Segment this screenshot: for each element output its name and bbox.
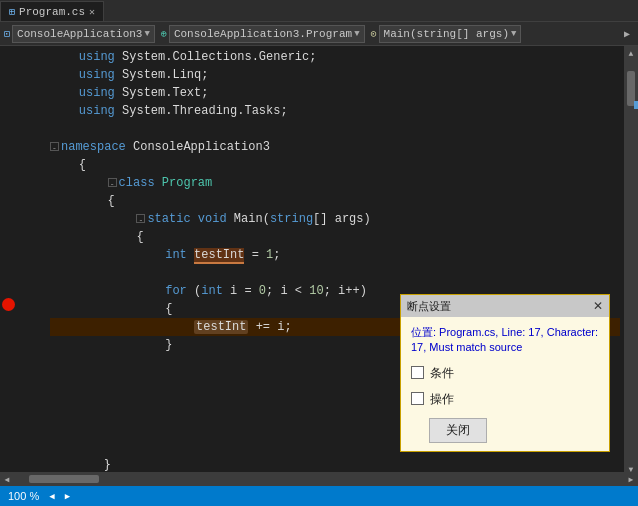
code-line: using System.Collections.Generic; bbox=[50, 48, 620, 66]
method-dropdown-arrow: ▼ bbox=[511, 29, 516, 39]
bp-close-button[interactable]: 关闭 bbox=[429, 418, 487, 443]
code-line: { bbox=[50, 156, 620, 174]
nav-project-icon: ⊡ bbox=[4, 28, 10, 40]
action-label: 操作 bbox=[430, 390, 454, 408]
nav-bar: ⊡ ConsoleApplication3 ▼ ⊕ ConsoleApplica… bbox=[0, 22, 638, 46]
h-scroll-track[interactable] bbox=[14, 475, 624, 483]
file-icon: ⊞ bbox=[9, 6, 15, 18]
horizontal-scrollbar[interactable]: ◀ ▶ bbox=[0, 472, 638, 486]
code-line: -static void Main(string[] args) bbox=[50, 210, 620, 228]
h-scroll-left-arrow[interactable]: ◀ bbox=[0, 472, 14, 486]
bp-popup-header: 断点设置 ✕ bbox=[401, 295, 609, 317]
tab-bar: ⊞ Program.cs ✕ bbox=[0, 0, 638, 22]
class-dropdown-arrow: ▼ bbox=[354, 29, 359, 39]
code-content[interactable]: using System.Collections.Generic; using … bbox=[46, 46, 624, 476]
code-line: using System.Text; bbox=[50, 84, 620, 102]
code-closing-brace: } bbox=[46, 458, 111, 472]
fold-method[interactable]: - bbox=[136, 214, 145, 223]
code-line: using System.Linq; bbox=[50, 66, 620, 84]
nav-class-icon: ⊕ bbox=[161, 28, 167, 40]
vertical-scrollbar[interactable]: ▲ ▼ bbox=[624, 46, 638, 476]
status-bar: 100 % ◀ ▶ bbox=[0, 486, 638, 506]
method-name: Main(string[] args) bbox=[384, 28, 509, 40]
tab-close-icon[interactable]: ✕ bbox=[89, 6, 95, 18]
scroll-up-arrow[interactable]: ▲ bbox=[624, 46, 638, 60]
method-dropdown[interactable]: Main(string[] args) ▼ bbox=[379, 25, 522, 43]
action-checkbox[interactable] bbox=[411, 392, 424, 405]
condition-label: 条件 bbox=[430, 364, 454, 382]
code-line: -class Program bbox=[50, 174, 620, 192]
code-line: using System.Threading.Tasks; bbox=[50, 102, 620, 120]
h-scroll-right-arrow[interactable]: ▶ bbox=[624, 472, 638, 486]
scroll-indicator bbox=[634, 101, 638, 109]
code-line bbox=[50, 264, 620, 282]
bp-popup-close-btn[interactable]: ✕ bbox=[593, 297, 603, 315]
tab-filename: Program.cs bbox=[19, 6, 85, 18]
bp-condition-row: 条件 bbox=[411, 364, 599, 382]
bp-location-text: 位置: Program.cs, Line: 17, Character: 17,… bbox=[411, 325, 599, 356]
bp-action-row: 操作 bbox=[411, 390, 599, 408]
zoom-level: 100 % bbox=[8, 490, 39, 502]
nav-method-icon: ⊙ bbox=[371, 28, 377, 40]
fold-ns[interactable]: - bbox=[50, 142, 59, 151]
nav-scroll-right[interactable]: ▶ bbox=[620, 28, 634, 40]
breakpoint-dot[interactable] bbox=[2, 298, 15, 311]
h-scroll-thumb[interactable] bbox=[29, 475, 99, 483]
bp-popup-title: 断点设置 bbox=[407, 297, 451, 315]
project-name: ConsoleApplication3 bbox=[17, 28, 142, 40]
line-numbers bbox=[18, 46, 46, 476]
code-line: -namespace ConsoleApplication3 bbox=[50, 138, 620, 156]
condition-checkbox[interactable] bbox=[411, 366, 424, 379]
code-line: { bbox=[50, 192, 620, 210]
breakpoint-settings-popup: 断点设置 ✕ 位置: Program.cs, Line: 17, Charact… bbox=[400, 294, 610, 452]
code-line-testint: int testInt = 1; bbox=[50, 246, 620, 264]
class-dropdown[interactable]: ConsoleApplication3.Program ▼ bbox=[169, 25, 365, 43]
fold-class[interactable]: - bbox=[108, 178, 117, 187]
bp-popup-body: 位置: Program.cs, Line: 17, Character: 17,… bbox=[401, 317, 609, 451]
project-dropdown-arrow: ▼ bbox=[144, 29, 149, 39]
class-name: ConsoleApplication3.Program bbox=[174, 28, 352, 40]
program-cs-tab[interactable]: ⊞ Program.cs ✕ bbox=[0, 1, 104, 21]
status-scroll-left[interactable]: ◀ bbox=[49, 491, 54, 502]
editor-container: using System.Collections.Generic; using … bbox=[0, 46, 638, 476]
gutter bbox=[0, 46, 18, 476]
project-dropdown[interactable]: ConsoleApplication3 ▼ bbox=[12, 25, 155, 43]
code-line bbox=[50, 120, 620, 138]
code-line: { bbox=[50, 228, 620, 246]
status-scroll-right[interactable]: ▶ bbox=[65, 491, 70, 502]
